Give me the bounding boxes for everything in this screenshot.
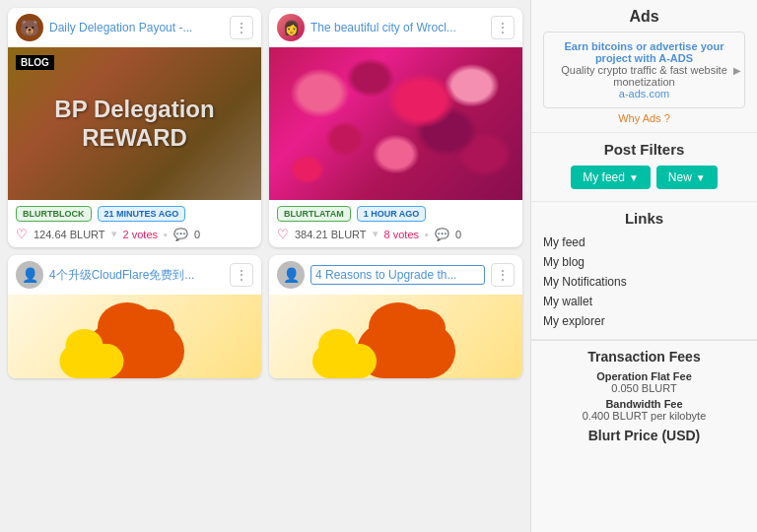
comments-1: 0 (194, 229, 200, 240)
tag-badge-2[interactable]: BLURTLATAM (277, 206, 351, 222)
ads-title: Ads (543, 8, 745, 26)
post-stats-1: ♡ 124.64 BLURT ▾ 2 votes ▪ 💬 0 (16, 227, 253, 241)
comment-icon-2[interactable]: 💬 (435, 228, 449, 241)
post-card-2: 👩 The beautiful city of Wrocl... ⋮ BLURT… (269, 8, 522, 247)
tag-badge-1[interactable]: BLURTBLOCK (16, 206, 92, 222)
bandwidth-fee-row: Bandwidth Fee 0.400 BLURT per kilobyte (543, 398, 745, 422)
post-filters-title: Post Filters (543, 141, 745, 158)
avatar-2: 👩 (277, 14, 305, 41)
post-menu-button-4[interactable]: ⋮ (491, 263, 515, 287)
bandwidth-fee-value: 0.400 BLURT per kilobyte (543, 410, 745, 422)
ads-section: Ads Earn bitcoins or advertise your proj… (531, 0, 757, 133)
avatar-4: 👤 (277, 261, 305, 289)
links-section: Links My feed My blog My Notifications M… (531, 202, 757, 340)
comment-icon-1[interactable]: 💬 (173, 228, 188, 241)
post-footer-2: BLURTLATAM 1 HOUR AGO ♡ 384.21 BLURT ▾ 8… (269, 200, 522, 247)
post-filters-section: Post Filters My feed ▼ New ▼ (531, 133, 757, 202)
filter-feed-button[interactable]: My feed ▼ (571, 166, 651, 189)
post-menu-button-3[interactable]: ⋮ (230, 263, 253, 287)
post-image-1: blog BP DelegationREWARD (8, 47, 261, 200)
main-content: 🐻 Daily Delegation Payout -... ⋮ blog BP… (0, 0, 530, 532)
link-my-blog[interactable]: My blog (543, 252, 745, 272)
operation-flat-fee-row: Operation Flat Fee 0.050 BLURT (543, 370, 745, 394)
divider-1b: ▪ (164, 229, 168, 240)
post-header-3: 👤 4个升级CloudFlare免费到... ⋮ (8, 255, 261, 295)
post-header-2: 👩 The beautiful city of Wrocl... ⋮ (269, 8, 522, 47)
transaction-fees-section: Transaction Fees Operation Flat Fee 0.05… (531, 340, 757, 451)
blog-badge: blog (16, 55, 54, 70)
heart-icon-1[interactable]: ♡ (16, 227, 28, 241)
post-title-2[interactable]: The beautiful city of Wrocl... (310, 21, 485, 34)
link-my-notifications[interactable]: My Notifications (543, 272, 745, 292)
post-card-4: 👤 4 Reasons to Upgrade th... ⋮ (269, 255, 522, 378)
ads-arrow-icon: ▶ (733, 65, 741, 76)
post-image-2 (269, 47, 522, 200)
sidebar: Ads Earn bitcoins or advertise your proj… (530, 0, 757, 532)
link-my-feed[interactable]: My feed (543, 233, 745, 252)
avatar-3: 👤 (16, 261, 43, 289)
ads-box: Earn bitcoins or advertise your project … (543, 32, 745, 108)
filter-feed-label: My feed (583, 170, 625, 184)
post-header-4: 👤 4 Reasons to Upgrade th... ⋮ (269, 255, 522, 295)
transaction-fees-title: Transaction Fees (543, 349, 745, 365)
post-stats-2: ♡ 384.21 BLURT ▾ 8 votes ▪ 💬 0 (277, 227, 515, 241)
comments-2: 0 (455, 229, 461, 240)
post-image-3 (8, 295, 261, 378)
post-image-4 (269, 295, 522, 378)
post-title-3[interactable]: 4个升级CloudFlare免费到... (49, 267, 224, 284)
post-tags-2: BLURTLATAM 1 HOUR AGO (277, 206, 515, 222)
filter-sort-arrow-icon: ▼ (696, 172, 706, 183)
blog-overlay-text: BP DelegationREWARD (46, 88, 222, 161)
avatar-1: 🐻 (16, 14, 43, 41)
link-my-explorer[interactable]: My explorer (543, 311, 745, 331)
post-footer-1: BLURTBLOCK 21 MINUTES AGO ♡ 124.64 BLURT… (8, 200, 261, 247)
ads-container: Earn bitcoins or advertise your project … (543, 32, 745, 108)
filter-sort-button[interactable]: New ▼ (656, 166, 718, 189)
ads-headline[interactable]: Earn bitcoins or advertise your project … (565, 40, 724, 64)
ads-url[interactable]: a-ads.com (619, 88, 669, 100)
link-my-wallet[interactable]: My wallet (543, 292, 745, 311)
post-title-4[interactable]: 4 Reasons to Upgrade th... (310, 265, 485, 285)
divider-1: ▾ (111, 228, 117, 240)
flower-decoration (269, 47, 522, 200)
post-menu-button-2[interactable]: ⋮ (491, 16, 515, 39)
payout-2: 384.21 BLURT (295, 229, 367, 240)
time-badge-1: 21 MINUTES AGO (98, 206, 186, 222)
heart-icon-2[interactable]: ♡ (277, 227, 289, 241)
filter-sort-label: New (668, 170, 692, 184)
posts-grid: 🐻 Daily Delegation Payout -... ⋮ blog BP… (8, 8, 522, 378)
post-tags-1: BLURTBLOCK 21 MINUTES AGO (16, 206, 253, 222)
filter-row: My feed ▼ New ▼ (543, 166, 745, 189)
votes-1: 2 votes (123, 229, 158, 240)
post-card-1: 🐻 Daily Delegation Payout -... ⋮ blog BP… (8, 8, 261, 247)
time-badge-2: 1 HOUR AGO (357, 206, 427, 222)
post-card-3: 👤 4个升级CloudFlare免费到... ⋮ (8, 255, 261, 378)
ads-tagline: Quality crypto traffic & fast website mo… (561, 64, 727, 88)
bandwidth-fee-label: Bandwidth Fee (543, 398, 745, 410)
blurt-price-title: Blurt Price (USD) (543, 428, 745, 443)
why-ads-link[interactable]: Why Ads ? (543, 112, 745, 124)
post-title-1[interactable]: Daily Delegation Payout -... (49, 21, 224, 34)
payout-1: 124.64 BLURT (34, 229, 105, 240)
divider-2: ▾ (373, 228, 378, 240)
post-header-1: 🐻 Daily Delegation Payout -... ⋮ (8, 8, 261, 47)
links-title: Links (543, 210, 745, 227)
post-menu-button-1[interactable]: ⋮ (230, 16, 253, 39)
filter-feed-arrow-icon: ▼ (629, 172, 639, 183)
operation-flat-fee-label: Operation Flat Fee (543, 370, 745, 382)
operation-flat-fee-value: 0.050 BLURT (543, 382, 745, 394)
votes-2: 8 votes (384, 229, 419, 240)
divider-2b: ▪ (425, 229, 429, 240)
